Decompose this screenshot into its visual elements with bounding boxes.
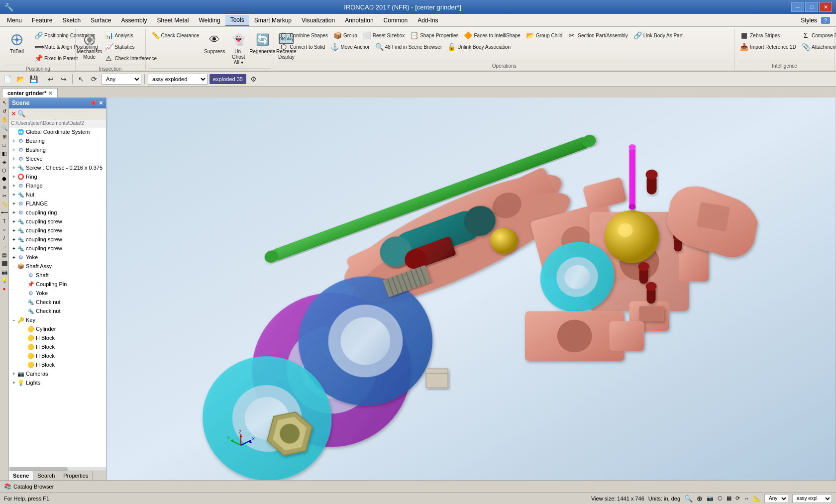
tree-item-hblock4[interactable]: 🟡 H Block (9, 360, 106, 369)
toolbar-undo-button[interactable]: ↩ (45, 74, 56, 85)
left-tool-measure[interactable]: 📏 (0, 200, 8, 208)
status-select-mode[interactable]: Any (764, 494, 788, 503)
menu-feature[interactable]: Feature (27, 15, 57, 25)
toolbar-redo-button[interactable]: ↪ (58, 74, 69, 85)
view-icon6[interactable]: 📐 (753, 495, 760, 502)
convert-solid-button[interactable]: ⬡ Convert to Solid (277, 41, 327, 52)
panel-close-button[interactable]: ✕ (99, 100, 103, 106)
group-button[interactable]: 📦 Group (331, 30, 360, 41)
unlink-body-button[interactable]: 🔓 Unlink Body Association (445, 41, 513, 52)
select-mode-dropdown[interactable]: Any (102, 74, 141, 85)
tree-item-coupling-screw1[interactable]: + 🔩 coupling screw (9, 217, 106, 226)
find-scene-button[interactable]: 🔍 48 Find in Scene Browser (373, 41, 445, 52)
left-tool-fit[interactable]: ⊞ (0, 132, 8, 140)
left-tool-orient[interactable]: ⊕ (0, 183, 8, 191)
tree-item-cylinder[interactable]: 🟡 Cylinder (9, 324, 106, 333)
menu-sheet-metal[interactable]: Sheet Metal (152, 15, 194, 25)
help-icon[interactable]: ? (821, 17, 830, 24)
left-tool-camera[interactable]: 📷 (0, 268, 8, 276)
tree-item-coupling-screw3[interactable]: + 🔩 coupling screw (9, 235, 106, 244)
zoom-fit-icon[interactable]: 🔍 (684, 495, 693, 503)
view-icon2[interactable]: ⬡ (718, 495, 723, 502)
link-body-button[interactable]: 🔗 Link Body As Part (631, 30, 685, 41)
left-tool-circle[interactable]: ○ (0, 225, 8, 233)
section-part-button[interactable]: ✂ Section Part/Assembly (565, 30, 630, 41)
doc-tab-center-grinder[interactable]: center grinder* ✕ (2, 88, 58, 98)
tree-expand-flange[interactable]: + (11, 183, 17, 189)
exploded-config-dropdown[interactable]: assy exploded (148, 74, 208, 85)
tree-expand-ring[interactable]: + (11, 174, 17, 180)
tree-expand-sleeve[interactable]: + (11, 156, 17, 162)
scene-delete-button[interactable]: ✕ (11, 110, 16, 117)
scene-tab-scene[interactable]: Scene (9, 471, 33, 480)
tree-item-flange2[interactable]: + ⚙ FLANGE (9, 199, 106, 208)
tree-expand-yoke[interactable]: + (11, 255, 17, 260)
tree-expand-key[interactable]: - (11, 317, 17, 323)
toolbar-open-button[interactable]: 📂 (15, 74, 26, 85)
faces-intellishape-button[interactable]: 🔶 Faces to IntelliShape (461, 30, 522, 41)
close-button[interactable]: ✕ (819, 2, 832, 12)
toolbar-save-button[interactable]: 💾 (28, 74, 39, 85)
triball-button[interactable]: TriBall (4, 30, 30, 56)
tree-expand-bearing[interactable]: + (11, 138, 17, 144)
tree-item-hblock3[interactable]: 🟡 H Block (9, 351, 106, 360)
menu-menu[interactable]: Menu (2, 15, 27, 25)
attachment-point-button[interactable]: 📎 Attachment Point (799, 41, 836, 52)
tree-item-ring[interactable]: + ⭕ Ring (9, 172, 106, 181)
tree-item-sleeve[interactable]: + ⚙ Sleeve (9, 154, 106, 163)
tree-expand-flange2[interactable]: + (11, 201, 17, 206)
tree-expand-bushing[interactable]: + (11, 147, 17, 153)
combine-shapes-button[interactable]: ⬡ Combine Shapes (277, 30, 330, 41)
tree-expand-cameras[interactable]: + (11, 371, 17, 377)
menu-visualization[interactable]: Visualization (297, 15, 340, 25)
left-tool-shaded[interactable]: ◈ (0, 158, 8, 166)
left-tool-stamp[interactable]: ⬛ (0, 259, 8, 267)
scene-panel-scrollbar[interactable] (9, 467, 106, 471)
catalog-label[interactable]: Catalog Browser (13, 484, 54, 490)
tree-item-key[interactable]: - 🔑 Key (9, 315, 106, 324)
viewport[interactable]: X Y Z (106, 98, 836, 480)
left-tool-dim[interactable]: ⟵ (0, 208, 8, 216)
menu-assembly[interactable]: Assembly (116, 15, 152, 25)
tree-item-coupling-screw2[interactable]: + 🔩 coupling screw (9, 226, 106, 235)
tree-item-nut[interactable]: + 🔩 Nut (9, 190, 106, 199)
menu-sketch[interactable]: Sketch (57, 15, 86, 25)
zoom-in-icon[interactable]: ⊕ (697, 495, 703, 503)
check-clearance-button[interactable]: 📏 Check Clearance (149, 30, 202, 41)
toolbar-config-button[interactable]: ⚙ (248, 74, 259, 85)
left-tool-select[interactable]: ↖ (0, 99, 8, 106)
tree-expand-coupling-ring[interactable]: + (11, 210, 17, 215)
tree-item-screw-cheese[interactable]: + 🔩 Screw : Cheese - 0.216 x 0.375 (9, 163, 106, 172)
menu-welding[interactable]: Welding (194, 15, 225, 25)
left-tool-section[interactable]: ✂ (0, 192, 8, 200)
tree-expand-coupling-screw1[interactable]: + (11, 219, 17, 224)
left-tool-arrow[interactable]: → (0, 242, 8, 250)
compose-data-button[interactable]: Σ Compose Data to Original (799, 30, 836, 41)
minimize-button[interactable]: ─ (791, 2, 804, 12)
left-tool-hatch[interactable]: ▤ (0, 251, 8, 259)
menu-surface[interactable]: Surface (86, 15, 116, 25)
tree-item-cameras[interactable]: + 📷 Cameras (9, 369, 106, 378)
tree-expand-coupling-screw2[interactable]: + (11, 228, 17, 233)
tree-item-coupling-ring[interactable]: + ⚙ coupling ring (9, 208, 106, 217)
move-anchor-button[interactable]: ⚓ Move Anchor (328, 41, 372, 52)
tree-item-coupling-screw4[interactable]: + 🔩 coupling screw (9, 244, 106, 253)
left-tool-zoom[interactable]: 🔍 (0, 124, 8, 132)
status-config-select[interactable]: assy expl (792, 494, 832, 503)
tree-item-bushing[interactable]: + ⚙ Bushing (9, 145, 106, 154)
tree-item-global-coord[interactable]: 🌐 Global Coordinate System (9, 127, 106, 136)
menu-tools[interactable]: Tools (225, 15, 249, 26)
tree-item-bearing[interactable]: + ⚙ Bearing (9, 136, 106, 145)
view-icon5[interactable]: ↔ (744, 496, 749, 502)
left-tool-pan[interactable]: ✋ (0, 115, 8, 123)
scene-tab-properties[interactable]: Properties (59, 471, 93, 480)
left-tool-rotate3d[interactable]: ↺ (0, 107, 8, 115)
doc-tab-close[interactable]: ✕ (48, 91, 52, 96)
tree-expand-coupling-screw3[interactable]: + (11, 237, 17, 242)
scene-tab-search[interactable]: Search (33, 471, 59, 480)
tree-item-hblock2[interactable]: 🟡 H Block (9, 342, 106, 351)
tree-expand-nut[interactable]: + (11, 192, 17, 198)
toolbar-select-arrow[interactable]: ↖ (76, 74, 87, 85)
tree-expand-screw[interactable]: + (11, 165, 17, 171)
scene-search-button[interactable]: 🔍 (17, 110, 25, 117)
